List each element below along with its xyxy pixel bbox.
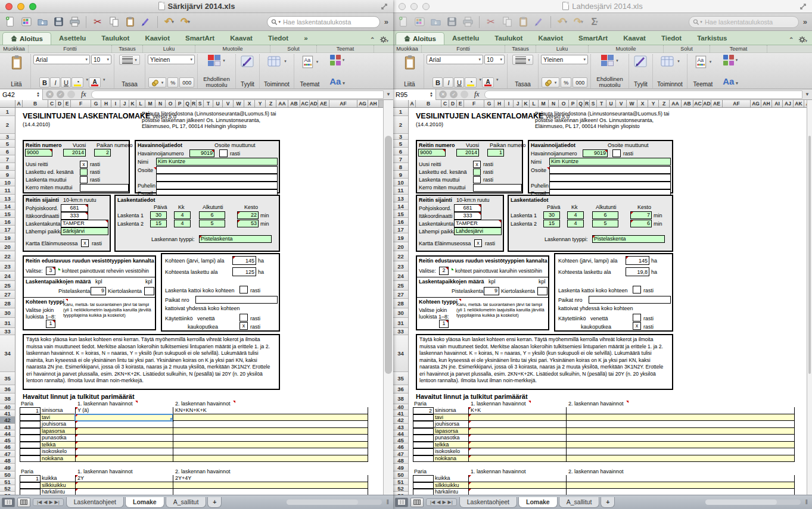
column-header[interactable]: Z xyxy=(659,100,670,107)
place-number-cell[interactable]: 1 xyxy=(487,149,504,157)
row-header[interactable]: 2 xyxy=(393,116,408,134)
obs1-cell[interactable] xyxy=(468,482,566,489)
column-header[interactable]: AF xyxy=(723,100,751,107)
observer-number-cell[interactable]: 9019 xyxy=(189,149,214,157)
row-header[interactable]: 14 xyxy=(0,202,15,210)
row-header[interactable]: 44 xyxy=(393,430,408,437)
map-checkbox[interactable]: x xyxy=(474,239,482,247)
row-header[interactable]: 23 xyxy=(0,261,15,271)
obs2-cell[interactable]: KN+KN+K+K xyxy=(173,407,368,414)
obs1-cell[interactable] xyxy=(75,414,173,421)
vertical-scrollbar[interactable] xyxy=(383,100,393,495)
accept-icon[interactable]: ✓ xyxy=(57,90,64,98)
column-header[interactable]: O xyxy=(166,100,176,107)
cut-icon[interactable]: ✂ xyxy=(91,15,104,29)
search-field[interactable]: ▾ xyxy=(689,16,799,28)
row-header[interactable]: 7 xyxy=(0,155,15,163)
column-header[interactable]: AB xyxy=(288,100,300,107)
row-header[interactable]: 3 xyxy=(0,134,15,140)
obs1-cell[interactable] xyxy=(468,448,566,455)
print-icon[interactable] xyxy=(68,15,81,29)
how-changed-cell[interactable] xyxy=(473,184,522,192)
obs2-cell[interactable] xyxy=(173,435,368,442)
counted-area-cell[interactable]: 125 xyxy=(232,267,256,276)
title-bar[interactable]: Lahdesjärvi 2014.xls xyxy=(393,0,812,13)
formula-input[interactable] xyxy=(91,90,384,99)
row-header[interactable]: 40 xyxy=(0,404,15,410)
italic-button[interactable]: I xyxy=(443,77,453,88)
observer-number-cell[interactable]: 9019 xyxy=(583,149,608,157)
phone-cell[interactable] xyxy=(549,182,671,189)
bold-button[interactable]: B xyxy=(433,77,443,88)
cancel-icon[interactable]: ✕ xyxy=(439,90,447,98)
bold-button[interactable]: B xyxy=(39,77,49,88)
paste-button-icon[interactable] xyxy=(10,55,23,70)
row-header[interactable]: 35 xyxy=(0,372,15,385)
counted-prev-checkbox[interactable] xyxy=(80,168,88,176)
pairs-cell[interactable] xyxy=(20,482,41,489)
last-sheet-icon[interactable]: ▶| xyxy=(448,499,453,505)
row-header[interactable]: 38 xyxy=(0,394,15,404)
row-header[interactable]: 51 xyxy=(0,479,15,485)
first-sheet-icon[interactable]: |◀ xyxy=(37,499,42,505)
toolbox-icon[interactable] xyxy=(413,15,426,29)
theme-colors-group[interactable]: ▾ Aa▾ xyxy=(325,54,349,88)
conditional-format-group[interactable]: ▾ Ehdollinen muotoilu xyxy=(198,54,236,88)
round-count-cell[interactable] xyxy=(144,287,154,295)
point-count-cell[interactable]: 9 xyxy=(91,287,106,295)
ribbon-tab[interactable]: Tiedot xyxy=(260,32,296,45)
row-header[interactable]: 20 xyxy=(0,242,15,251)
municipality-cell[interactable]: TAMPER xyxy=(61,220,108,227)
styles-group[interactable]: Tyylit xyxy=(629,54,653,88)
select-all-corner[interactable] xyxy=(0,100,15,107)
ribbon-tab[interactable]: Asettelu xyxy=(444,32,487,45)
column-header[interactable]: AA xyxy=(670,100,682,107)
row-header[interactable]: 43 xyxy=(393,424,408,430)
row-header[interactable]: 16 xyxy=(0,218,15,226)
formula-bar-dropdown-icon[interactable]: ▼ xyxy=(384,92,393,97)
column-header[interactable]: B xyxy=(416,100,441,107)
site-area-cell[interactable]: 145 xyxy=(232,256,256,265)
percent-button[interactable]: % xyxy=(561,77,571,88)
collapse-ribbon-icon[interactable]: ⌃ xyxy=(789,36,794,43)
underline-button[interactable]: U xyxy=(61,77,71,88)
search-scope-arrow[interactable]: ▾ xyxy=(700,20,702,24)
column-header[interactable]: AA xyxy=(276,100,288,107)
horizontal-scrollbar-thumb[interactable] xyxy=(705,499,777,505)
column-header[interactable]: K xyxy=(129,100,136,107)
obs1-cell[interactable] xyxy=(468,442,566,449)
pairs-cell[interactable] xyxy=(413,448,434,455)
obs1-cell[interactable] xyxy=(468,428,566,435)
column-header[interactable]: AB xyxy=(682,100,693,107)
underline-button[interactable]: U xyxy=(454,77,464,88)
ribbon-tab[interactable]: Kaavat xyxy=(222,32,260,45)
obs1-cell[interactable] xyxy=(75,455,173,463)
font-color-button[interactable]: A xyxy=(89,77,101,88)
column-header[interactable]: F xyxy=(71,100,91,107)
sheet-nav-arrows[interactable]: |◀ ◀ ▶ ▶| xyxy=(33,498,64,506)
sheet-tab[interactable]: A_sallitut xyxy=(559,497,600,508)
pairs-cell[interactable] xyxy=(413,435,434,442)
count1-month-cell[interactable]: 4 xyxy=(174,211,191,219)
normal-view-button[interactable] xyxy=(395,498,408,507)
row-header[interactable]: 14 xyxy=(393,202,408,210)
search-input[interactable] xyxy=(283,18,376,26)
row-header[interactable]: 17 xyxy=(393,226,408,233)
styles-group[interactable]: Tyylit xyxy=(236,54,260,88)
pairs-cell[interactable] xyxy=(413,442,434,449)
column-header[interactable]: G xyxy=(484,100,494,107)
row-header[interactable]: 24 xyxy=(393,271,408,281)
row-header[interactable]: 24 xyxy=(0,271,15,281)
column-header[interactable]: AH xyxy=(368,100,379,107)
obs1-cell[interactable] xyxy=(75,421,173,428)
places-no-cell[interactable] xyxy=(195,296,278,304)
open-icon[interactable] xyxy=(36,15,49,29)
count1-day-cell[interactable]: 30 xyxy=(150,211,167,219)
obs1-cell[interactable] xyxy=(75,442,173,449)
column-header[interactable]: J xyxy=(514,100,522,107)
row-header[interactable]: 22 xyxy=(0,251,15,261)
column-header[interactable]: AJ xyxy=(783,100,794,107)
row-header[interactable]: 9 xyxy=(0,171,15,179)
column-header[interactable]: Q xyxy=(184,100,191,107)
column-header[interactable]: Y xyxy=(255,100,266,107)
